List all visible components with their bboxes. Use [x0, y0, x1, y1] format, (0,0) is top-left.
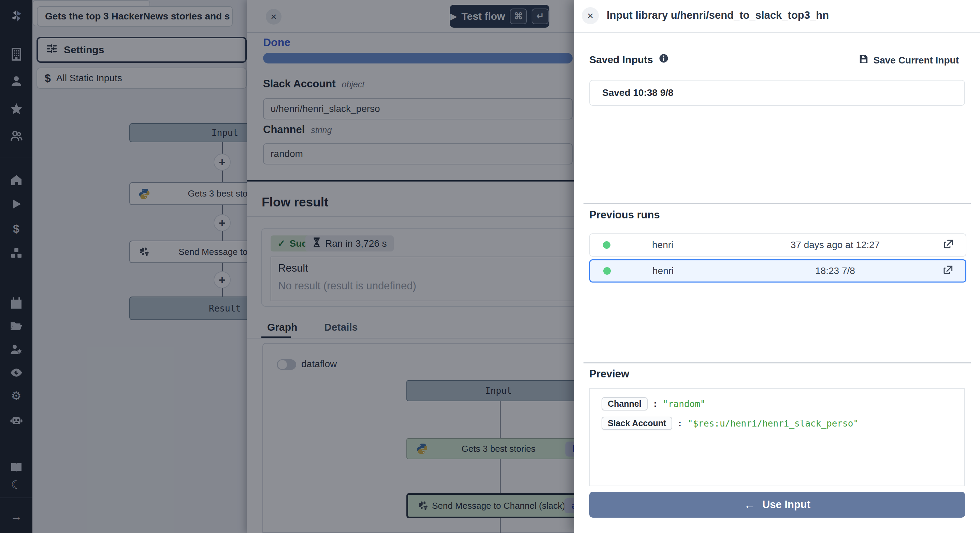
arrow-left-icon: ←: [744, 498, 756, 511]
use-input-label: Use Input: [762, 498, 810, 511]
info-icon[interactable]: [659, 53, 669, 66]
preview-value: "$res:u/henri/henri_slack_perso": [687, 418, 859, 429]
previous-run-row[interactable]: henri 37 days ago at 12:27: [589, 233, 966, 256]
saved-inputs-heading: Saved Inputs: [589, 53, 669, 66]
save-icon: [859, 54, 869, 67]
saved-input-item[interactable]: Saved 10:38 9/8: [589, 80, 965, 106]
drawer-header: × Input library u/henri/send_to_slack_to…: [574, 0, 980, 33]
preview-box: Channel : "random" Slack Account : "$res…: [589, 388, 965, 486]
modal-dim-overlay[interactable]: [0, 0, 574, 533]
preview-heading: Preview: [589, 368, 629, 380]
input-library-drawer: × Input library u/henri/send_to_slack_to…: [574, 0, 980, 533]
save-current-input-label: Save Current Input: [873, 55, 959, 66]
run-success-dot: [603, 241, 611, 249]
run-user: henri: [652, 266, 727, 277]
colon: :: [654, 399, 657, 409]
run-time: 18:23 7/8: [727, 266, 943, 277]
preview-row: Slack Account : "$res:u/henri/henri_slac…: [601, 417, 953, 430]
external-link-icon[interactable]: [943, 239, 954, 252]
previous-runs-heading: Previous runs: [589, 209, 660, 221]
previous-run-row-selected[interactable]: henri 18:23 7/8: [589, 259, 966, 283]
run-user: henri: [652, 240, 727, 250]
run-success-dot: [603, 267, 611, 275]
colon: :: [678, 418, 681, 429]
run-time: 37 days ago at 12:27: [727, 240, 943, 250]
drawer-title: Input library u/henri/send_to_slack_top3…: [607, 9, 829, 22]
preview-value: "random": [663, 399, 705, 409]
preview-key-chip: Slack Account: [601, 417, 672, 430]
divider: [584, 363, 971, 363]
external-link-icon[interactable]: [943, 264, 954, 278]
preview-row: Channel : "random": [601, 397, 953, 410]
close-drawer-button[interactable]: ×: [582, 7, 599, 24]
save-current-input-button[interactable]: Save Current Input: [859, 54, 959, 67]
saved-inputs-label: Saved Inputs: [589, 54, 653, 65]
preview-key-chip: Channel: [601, 397, 648, 410]
use-input-button[interactable]: ← Use Input: [589, 492, 965, 518]
divider: [584, 203, 971, 204]
